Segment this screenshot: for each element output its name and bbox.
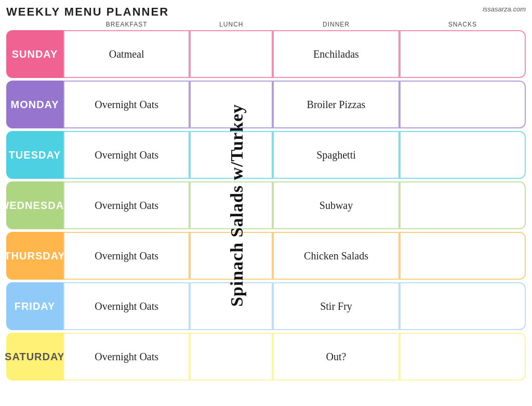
page: WEEKLY MENU PLANNER issasarza.com Breakf…: [0, 0, 532, 406]
day-label-wednesday: WeDNeSdaY: [6, 181, 63, 229]
row-thursday: THurSdaYOvernight OatsChicken Salads: [6, 232, 526, 280]
snacks-saturday[interactable]: [400, 333, 526, 381]
website-label: issasarza.com: [483, 5, 526, 13]
row-sunday: SUNDaYOatmealEnchiladas: [6, 30, 526, 78]
snacks-friday[interactable]: [400, 282, 526, 330]
lunch-thursday[interactable]: [190, 232, 273, 280]
page-title: WEEKLY MENU PLANNER: [6, 5, 169, 19]
planner-grid: SUNDaYOatmealEnchiladasMONDAYOvernight O…: [6, 30, 526, 381]
day-label-monday: MONDAY: [6, 81, 63, 128]
lunch-tuesday[interactable]: [190, 131, 273, 179]
dinner-saturday[interactable]: Out?: [273, 333, 399, 381]
breakfast-sunday[interactable]: Oatmeal: [63, 30, 190, 78]
breakfast-thursday[interactable]: Overnight Oats: [63, 232, 190, 280]
col-dinner: Dinner: [273, 21, 399, 28]
breakfast-friday[interactable]: Overnight Oats: [63, 282, 190, 330]
dinner-friday[interactable]: Stir Fry: [273, 282, 399, 330]
col-day: [6, 21, 63, 28]
snacks-monday[interactable]: [400, 81, 526, 128]
lunch-wednesday[interactable]: [190, 181, 273, 229]
day-label-friday: FrIdaY: [6, 282, 63, 330]
dinner-tuesday[interactable]: Spaghetti: [273, 131, 399, 179]
lunch-saturday[interactable]: [190, 333, 273, 381]
col-lunch: Lunch: [190, 21, 273, 28]
dinner-wednesday[interactable]: Subway: [273, 181, 399, 229]
top-bar: WEEKLY MENU PLANNER issasarza.com: [6, 5, 526, 19]
breakfast-saturday[interactable]: Overnight Oats: [63, 333, 190, 381]
lunch-monday[interactable]: [190, 81, 273, 128]
breakfast-monday[interactable]: Overnight Oats: [63, 81, 190, 128]
snacks-sunday[interactable]: [400, 30, 526, 78]
row-monday: MONDAYOvernight OatsBroiler Pizzas: [6, 81, 526, 128]
dinner-monday[interactable]: Broiler Pizzas: [273, 81, 399, 128]
lunch-sunday[interactable]: [190, 30, 273, 78]
dinner-sunday[interactable]: Enchiladas: [273, 30, 399, 78]
snacks-wednesday[interactable]: [400, 181, 526, 229]
lunch-friday[interactable]: [190, 282, 273, 330]
row-saturday: SaTUrDaYOvernight OatsOut?: [6, 333, 526, 381]
row-tuesday: TUeSDaYOvernight OatsSpaghetti: [6, 131, 526, 179]
col-snacks: SNaCKS: [400, 21, 526, 28]
planner-wrapper: SUNDaYOatmealEnchiladasMONDAYOvernight O…: [6, 30, 526, 381]
day-label-tuesday: TUeSDaY: [6, 131, 63, 179]
row-wednesday: WeDNeSdaYOvernight OatsSubway: [6, 181, 526, 229]
day-label-saturday: SaTUrDaY: [6, 333, 63, 381]
breakfast-wednesday[interactable]: Overnight Oats: [63, 181, 190, 229]
day-label-sunday: SUNDaY: [6, 30, 63, 78]
snacks-tuesday[interactable]: [400, 131, 526, 179]
breakfast-tuesday[interactable]: Overnight Oats: [63, 131, 190, 179]
row-friday: FrIdaYOvernight OatsStir Fry: [6, 282, 526, 330]
dinner-thursday[interactable]: Chicken Salads: [273, 232, 399, 280]
column-headers: Breakfast Lunch Dinner SNaCKS: [6, 21, 526, 28]
day-label-thursday: THurSdaY: [6, 232, 63, 280]
snacks-thursday[interactable]: [400, 232, 526, 280]
col-breakfast: Breakfast: [63, 21, 190, 28]
